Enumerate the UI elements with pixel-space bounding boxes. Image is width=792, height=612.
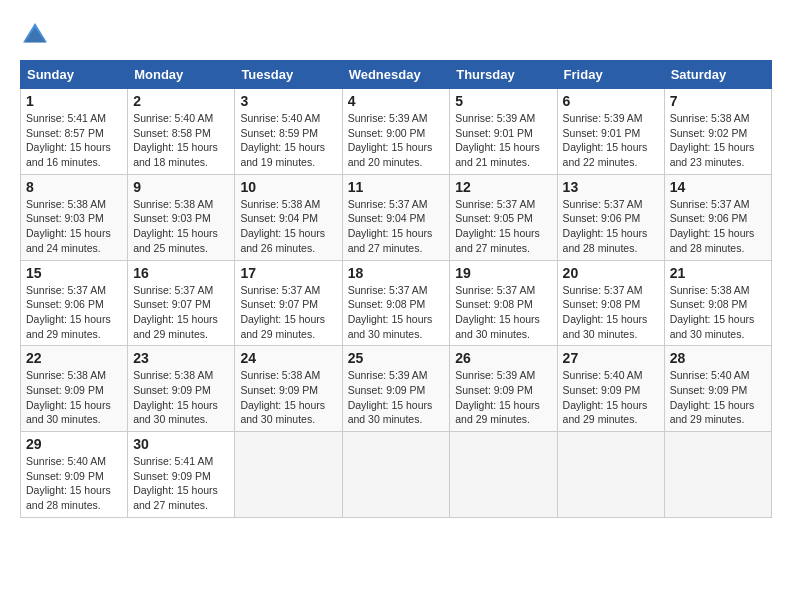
weekday-header-row: SundayMondayTuesdayWednesdayThursdayFrid…	[21, 61, 772, 89]
logo-icon	[20, 20, 50, 50]
table-row: 15Sunrise: 5:37 AMSunset: 9:06 PMDayligh…	[21, 260, 128, 346]
day-number: 1	[26, 93, 122, 109]
day-number: 30	[133, 436, 229, 452]
table-row: 22Sunrise: 5:38 AMSunset: 9:09 PMDayligh…	[21, 346, 128, 432]
calendar-table: SundayMondayTuesdayWednesdayThursdayFrid…	[20, 60, 772, 518]
table-row: 5Sunrise: 5:39 AMSunset: 9:01 PMDaylight…	[450, 89, 557, 175]
day-info: Sunrise: 5:37 AMSunset: 9:08 PMDaylight:…	[455, 283, 551, 342]
table-row: 13Sunrise: 5:37 AMSunset: 9:06 PMDayligh…	[557, 174, 664, 260]
table-row: 29Sunrise: 5:40 AMSunset: 9:09 PMDayligh…	[21, 432, 128, 518]
day-info: Sunrise: 5:37 AMSunset: 9:07 PMDaylight:…	[240, 283, 336, 342]
table-row: 2Sunrise: 5:40 AMSunset: 8:58 PMDaylight…	[128, 89, 235, 175]
day-info: Sunrise: 5:39 AMSunset: 9:01 PMDaylight:…	[563, 111, 659, 170]
table-row: 30Sunrise: 5:41 AMSunset: 9:09 PMDayligh…	[128, 432, 235, 518]
table-row: 14Sunrise: 5:37 AMSunset: 9:06 PMDayligh…	[664, 174, 771, 260]
day-info: Sunrise: 5:40 AMSunset: 9:09 PMDaylight:…	[26, 454, 122, 513]
day-number: 21	[670, 265, 766, 281]
day-number: 3	[240, 93, 336, 109]
day-info: Sunrise: 5:38 AMSunset: 9:03 PMDaylight:…	[133, 197, 229, 256]
day-number: 26	[455, 350, 551, 366]
calendar-week-5: 29Sunrise: 5:40 AMSunset: 9:09 PMDayligh…	[21, 432, 772, 518]
table-row: 28Sunrise: 5:40 AMSunset: 9:09 PMDayligh…	[664, 346, 771, 432]
day-info: Sunrise: 5:38 AMSunset: 9:09 PMDaylight:…	[133, 368, 229, 427]
day-info: Sunrise: 5:37 AMSunset: 9:06 PMDaylight:…	[26, 283, 122, 342]
day-info: Sunrise: 5:38 AMSunset: 9:09 PMDaylight:…	[26, 368, 122, 427]
day-number: 13	[563, 179, 659, 195]
calendar-week-4: 22Sunrise: 5:38 AMSunset: 9:09 PMDayligh…	[21, 346, 772, 432]
table-row: 11Sunrise: 5:37 AMSunset: 9:04 PMDayligh…	[342, 174, 450, 260]
weekday-tuesday: Tuesday	[235, 61, 342, 89]
day-number: 23	[133, 350, 229, 366]
day-number: 29	[26, 436, 122, 452]
table-row: 8Sunrise: 5:38 AMSunset: 9:03 PMDaylight…	[21, 174, 128, 260]
day-info: Sunrise: 5:37 AMSunset: 9:07 PMDaylight:…	[133, 283, 229, 342]
day-number: 2	[133, 93, 229, 109]
day-number: 22	[26, 350, 122, 366]
day-number: 4	[348, 93, 445, 109]
day-info: Sunrise: 5:40 AMSunset: 9:09 PMDaylight:…	[670, 368, 766, 427]
day-number: 14	[670, 179, 766, 195]
table-row: 16Sunrise: 5:37 AMSunset: 9:07 PMDayligh…	[128, 260, 235, 346]
day-number: 18	[348, 265, 445, 281]
day-info: Sunrise: 5:38 AMSunset: 9:02 PMDaylight:…	[670, 111, 766, 170]
day-info: Sunrise: 5:37 AMSunset: 9:04 PMDaylight:…	[348, 197, 445, 256]
table-row: 6Sunrise: 5:39 AMSunset: 9:01 PMDaylight…	[557, 89, 664, 175]
weekday-sunday: Sunday	[21, 61, 128, 89]
weekday-thursday: Thursday	[450, 61, 557, 89]
day-number: 15	[26, 265, 122, 281]
day-info: Sunrise: 5:40 AMSunset: 8:58 PMDaylight:…	[133, 111, 229, 170]
table-row: 19Sunrise: 5:37 AMSunset: 9:08 PMDayligh…	[450, 260, 557, 346]
day-number: 7	[670, 93, 766, 109]
day-number: 16	[133, 265, 229, 281]
table-row: 20Sunrise: 5:37 AMSunset: 9:08 PMDayligh…	[557, 260, 664, 346]
table-row	[235, 432, 342, 518]
weekday-monday: Monday	[128, 61, 235, 89]
table-row: 25Sunrise: 5:39 AMSunset: 9:09 PMDayligh…	[342, 346, 450, 432]
table-row	[557, 432, 664, 518]
table-row: 26Sunrise: 5:39 AMSunset: 9:09 PMDayligh…	[450, 346, 557, 432]
day-info: Sunrise: 5:39 AMSunset: 9:09 PMDaylight:…	[348, 368, 445, 427]
day-info: Sunrise: 5:38 AMSunset: 9:09 PMDaylight:…	[240, 368, 336, 427]
day-info: Sunrise: 5:39 AMSunset: 9:00 PMDaylight:…	[348, 111, 445, 170]
calendar-week-1: 1Sunrise: 5:41 AMSunset: 8:57 PMDaylight…	[21, 89, 772, 175]
day-number: 27	[563, 350, 659, 366]
day-number: 25	[348, 350, 445, 366]
table-row	[450, 432, 557, 518]
table-row: 9Sunrise: 5:38 AMSunset: 9:03 PMDaylight…	[128, 174, 235, 260]
day-info: Sunrise: 5:37 AMSunset: 9:05 PMDaylight:…	[455, 197, 551, 256]
day-info: Sunrise: 5:37 AMSunset: 9:08 PMDaylight:…	[563, 283, 659, 342]
table-row: 12Sunrise: 5:37 AMSunset: 9:05 PMDayligh…	[450, 174, 557, 260]
day-number: 17	[240, 265, 336, 281]
table-row: 7Sunrise: 5:38 AMSunset: 9:02 PMDaylight…	[664, 89, 771, 175]
day-number: 11	[348, 179, 445, 195]
day-info: Sunrise: 5:38 AMSunset: 9:08 PMDaylight:…	[670, 283, 766, 342]
day-info: Sunrise: 5:40 AMSunset: 9:09 PMDaylight:…	[563, 368, 659, 427]
calendar-body: 1Sunrise: 5:41 AMSunset: 8:57 PMDaylight…	[21, 89, 772, 518]
day-info: Sunrise: 5:38 AMSunset: 9:03 PMDaylight:…	[26, 197, 122, 256]
day-info: Sunrise: 5:40 AMSunset: 8:59 PMDaylight:…	[240, 111, 336, 170]
day-info: Sunrise: 5:37 AMSunset: 9:08 PMDaylight:…	[348, 283, 445, 342]
logo	[20, 20, 54, 50]
table-row: 17Sunrise: 5:37 AMSunset: 9:07 PMDayligh…	[235, 260, 342, 346]
table-row: 1Sunrise: 5:41 AMSunset: 8:57 PMDaylight…	[21, 89, 128, 175]
calendar-week-3: 15Sunrise: 5:37 AMSunset: 9:06 PMDayligh…	[21, 260, 772, 346]
weekday-wednesday: Wednesday	[342, 61, 450, 89]
day-number: 9	[133, 179, 229, 195]
day-number: 6	[563, 93, 659, 109]
day-number: 20	[563, 265, 659, 281]
table-row: 24Sunrise: 5:38 AMSunset: 9:09 PMDayligh…	[235, 346, 342, 432]
calendar-week-2: 8Sunrise: 5:38 AMSunset: 9:03 PMDaylight…	[21, 174, 772, 260]
table-row	[342, 432, 450, 518]
table-row: 3Sunrise: 5:40 AMSunset: 8:59 PMDaylight…	[235, 89, 342, 175]
table-row: 27Sunrise: 5:40 AMSunset: 9:09 PMDayligh…	[557, 346, 664, 432]
weekday-saturday: Saturday	[664, 61, 771, 89]
day-info: Sunrise: 5:37 AMSunset: 9:06 PMDaylight:…	[670, 197, 766, 256]
page-header	[20, 20, 772, 50]
day-number: 12	[455, 179, 551, 195]
day-number: 5	[455, 93, 551, 109]
day-number: 10	[240, 179, 336, 195]
table-row: 23Sunrise: 5:38 AMSunset: 9:09 PMDayligh…	[128, 346, 235, 432]
day-number: 19	[455, 265, 551, 281]
day-info: Sunrise: 5:39 AMSunset: 9:01 PMDaylight:…	[455, 111, 551, 170]
day-info: Sunrise: 5:37 AMSunset: 9:06 PMDaylight:…	[563, 197, 659, 256]
